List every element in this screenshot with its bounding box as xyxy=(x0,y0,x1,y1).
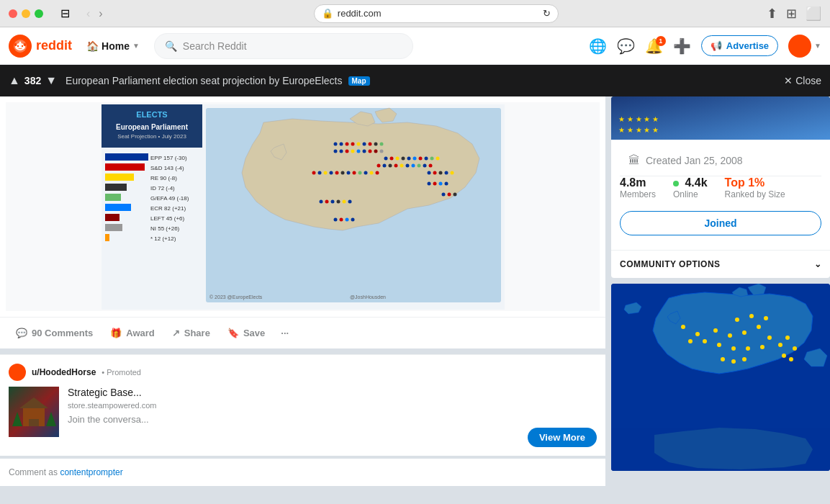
sidebar-toggle-icon[interactable]: ⊟ xyxy=(55,6,75,21)
svg-text:@JoshHousden: @JoshHousden xyxy=(350,294,386,300)
svg-point-2 xyxy=(17,45,19,46)
award-button[interactable]: 🎁 Award xyxy=(103,323,162,343)
close-button[interactable]: ✕ Close xyxy=(784,75,821,86)
vote-section: ▲ 382 ▼ xyxy=(9,74,57,87)
more-button[interactable]: ··· xyxy=(275,323,294,343)
svg-point-53 xyxy=(407,156,410,160)
upvote-button[interactable]: ▲ xyxy=(9,74,20,87)
back-button[interactable]: ‹ xyxy=(84,6,93,22)
home-button[interactable]: 🏠 Home ▼ xyxy=(79,36,147,56)
share-label: Share xyxy=(184,328,210,338)
notification-button[interactable]: 🔔 1 xyxy=(645,37,663,55)
svg-point-99 xyxy=(444,181,448,185)
svg-point-132 xyxy=(721,357,725,361)
svg-point-51 xyxy=(395,156,399,160)
reload-icon[interactable]: ↻ xyxy=(543,8,551,19)
svg-point-47 xyxy=(374,149,377,153)
forward-button[interactable]: › xyxy=(96,6,105,22)
traffic-lights xyxy=(9,9,43,18)
joined-button[interactable]: Joined xyxy=(620,211,821,235)
svg-point-54 xyxy=(412,156,416,160)
post-title-section: European Parliament election seat projec… xyxy=(66,75,369,86)
svg-point-85 xyxy=(342,199,346,203)
community-options-label: COMMUNITY OPTIONS xyxy=(620,259,721,269)
maximize-window-button[interactable] xyxy=(35,9,43,18)
downvote-button[interactable]: ▼ xyxy=(45,74,57,87)
svg-text:ECR  82 (+21): ECR 82 (+21) xyxy=(150,205,186,212)
close-window-button[interactable] xyxy=(9,9,17,18)
add-post-button[interactable]: ➕ xyxy=(673,37,691,55)
svg-text:European Parliament: European Parliament xyxy=(115,123,188,131)
svg-text:Seat Projection • July 2023: Seat Projection • July 2023 xyxy=(117,133,186,140)
promoted-description: Join the conversa... xyxy=(68,414,597,425)
svg-point-92 xyxy=(433,171,436,174)
svg-point-87 xyxy=(333,217,337,221)
svg-point-133 xyxy=(731,359,736,364)
svg-point-69 xyxy=(312,171,315,174)
comment-area: Comment as contentprompter xyxy=(0,459,605,486)
save-button[interactable]: 🔖 Save xyxy=(220,323,272,343)
svg-point-115 xyxy=(695,332,700,336)
svg-point-98 xyxy=(438,181,442,185)
online-label: Online xyxy=(673,189,708,199)
home-icon: 🏠 xyxy=(86,40,99,52)
svg-point-44 xyxy=(356,149,360,153)
svg-point-90 xyxy=(351,217,354,221)
svg-point-6 xyxy=(14,43,17,46)
svg-point-93 xyxy=(438,171,442,174)
svg-point-74 xyxy=(340,171,344,174)
community-options[interactable]: COMMUNITY OPTIONS ⌄ xyxy=(611,250,830,278)
user-avatar-button[interactable]: ▼ xyxy=(788,35,821,58)
svg-point-34 xyxy=(351,142,354,145)
reddit-logo[interactable]: reddit xyxy=(9,35,72,58)
url-input[interactable]: 🔒 reddit.com ↻ xyxy=(314,4,559,23)
comments-label: 90 Comments xyxy=(32,328,93,338)
svg-point-3 xyxy=(22,45,23,46)
vote-count: 382 xyxy=(24,75,41,86)
share-button[interactable]: ↗ Share xyxy=(165,323,217,343)
svg-point-31 xyxy=(333,142,337,145)
minimize-window-button[interactable] xyxy=(22,9,30,18)
comment-username-link[interactable]: contentprompter xyxy=(60,467,122,477)
svg-point-63 xyxy=(400,163,403,167)
promoted-content: Strategic Base... store.steampowered.com… xyxy=(9,387,597,447)
advertise-button[interactable]: 📢 Advertise xyxy=(701,35,778,56)
topbar: ▲ 382 ▼ European Parliament election sea… xyxy=(0,65,830,96)
building-icon: 🏛 xyxy=(628,154,640,167)
svg-point-42 xyxy=(345,149,348,153)
comments-button[interactable]: 💬 90 Comments xyxy=(9,323,100,343)
svg-point-58 xyxy=(436,156,439,160)
svg-rect-108 xyxy=(29,419,39,426)
svg-point-41 xyxy=(339,149,343,153)
online-value: 4.4k xyxy=(673,176,708,189)
svg-point-78 xyxy=(364,171,367,174)
promoted-badge: • Promoted xyxy=(102,368,141,377)
svg-point-122 xyxy=(760,345,764,349)
svg-point-126 xyxy=(703,339,707,343)
svg-point-86 xyxy=(348,199,351,203)
svg-point-67 xyxy=(423,163,426,167)
tab-overview-icon[interactable]: ⬜ xyxy=(806,6,821,22)
promoted-title: Strategic Base... xyxy=(68,387,597,398)
promoted-url: store.steampowered.com xyxy=(68,401,597,410)
home-dropdown-icon: ▼ xyxy=(132,42,140,50)
svg-point-65 xyxy=(411,163,415,167)
close-icon: ✕ xyxy=(784,75,793,86)
advertise-label: Advertise xyxy=(726,40,769,51)
top-label: Ranked by Size xyxy=(725,189,785,199)
globe-icon-button[interactable]: 🌐 xyxy=(589,37,607,55)
search-bar[interactable]: 🔍 Search Reddit xyxy=(154,33,413,59)
share-icon[interactable]: ⬆ xyxy=(767,6,777,22)
save-icon: 🔖 xyxy=(227,328,239,338)
chat-icon-button[interactable]: 💬 xyxy=(617,37,635,55)
svg-point-32 xyxy=(339,142,343,145)
promoted-thumbnail xyxy=(9,387,59,437)
svg-point-79 xyxy=(369,171,373,174)
award-label: Award xyxy=(126,328,155,338)
view-more-button[interactable]: View More xyxy=(528,428,597,447)
svg-point-120 xyxy=(767,336,772,340)
svg-rect-22 xyxy=(105,204,131,211)
more-icon: ··· xyxy=(281,328,289,338)
new-tab-icon[interactable]: ⊞ xyxy=(786,6,797,22)
top-value: Top 1% xyxy=(725,176,785,189)
